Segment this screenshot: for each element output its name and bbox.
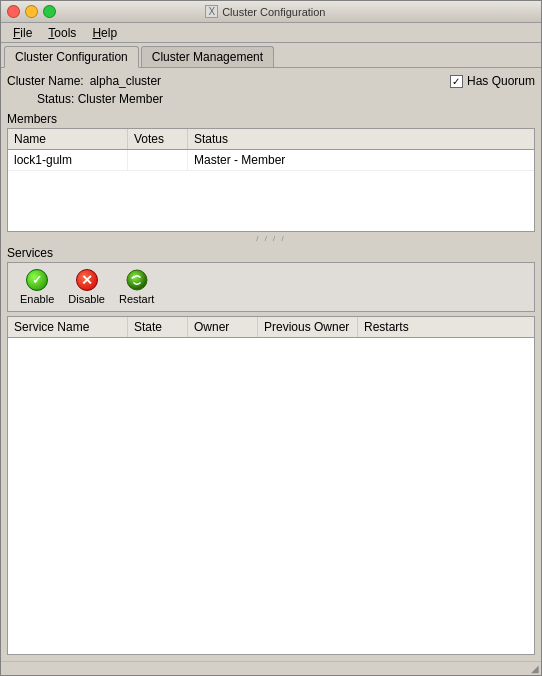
- services-col-restarts: Restarts: [358, 317, 534, 337]
- restart-label: Restart: [119, 293, 154, 305]
- services-table-body: [8, 338, 534, 654]
- services-table-header: Service Name State Owner Previous Owner …: [8, 317, 534, 338]
- cluster-info-row: Cluster Name: alpha_cluster ✓ Has Quorum: [7, 74, 535, 88]
- divider-dots: / / / /: [256, 234, 286, 243]
- services-col-owner: Owner: [188, 317, 258, 337]
- disable-button[interactable]: ✕ Disable: [62, 267, 111, 307]
- members-col-status: Status: [188, 129, 534, 149]
- services-col-name: Service Name: [8, 317, 128, 337]
- enable-label: Enable: [20, 293, 54, 305]
- restart-icon: [126, 269, 148, 291]
- content-area: Cluster Name: alpha_cluster ✓ Has Quorum…: [1, 68, 541, 661]
- enable-icon: ✓: [26, 269, 48, 291]
- cluster-name-label: Cluster Name:: [7, 74, 84, 88]
- has-quorum-checkbox[interactable]: ✓: [450, 75, 463, 88]
- has-quorum-label: Has Quorum: [467, 74, 535, 88]
- cluster-name-group: Cluster Name: alpha_cluster: [7, 74, 161, 88]
- member-status: Master - Member: [188, 150, 534, 170]
- tab-cluster-configuration[interactable]: Cluster Configuration: [4, 46, 139, 68]
- status-label: Status:: [37, 92, 74, 106]
- status-value: Cluster Member: [78, 92, 163, 106]
- members-table-body: lock1-gulm Master - Member: [8, 150, 534, 231]
- services-toolbar: ✓ Enable ✕ Disable: [7, 262, 535, 312]
- title-bar: X Cluster Configuration: [1, 1, 541, 23]
- title-bar-title: X Cluster Configuration: [205, 5, 325, 18]
- disable-label: Disable: [68, 293, 105, 305]
- table-row: lock1-gulm Master - Member: [8, 150, 534, 171]
- members-table: Name Votes Status lock1-gulm Master - Me…: [7, 128, 535, 232]
- has-quorum-group: ✓ Has Quorum: [450, 74, 535, 88]
- window-controls: [7, 5, 56, 18]
- services-table: Service Name State Owner Previous Owner …: [7, 316, 535, 655]
- resize-corner-icon[interactable]: ◢: [531, 663, 539, 674]
- services-col-state: State: [128, 317, 188, 337]
- members-col-name: Name: [8, 129, 128, 149]
- disable-icon: ✕: [76, 269, 98, 291]
- window-bottom: ◢: [1, 661, 541, 675]
- tab-cluster-management[interactable]: Cluster Management: [141, 46, 274, 67]
- enable-button[interactable]: ✓ Enable: [14, 267, 60, 307]
- menubar: File Tools Help: [1, 23, 541, 43]
- member-votes: [128, 150, 188, 170]
- title-icon: X: [205, 5, 218, 18]
- members-table-header: Name Votes Status: [8, 129, 534, 150]
- members-col-votes: Votes: [128, 129, 188, 149]
- menu-help[interactable]: Help: [84, 24, 125, 42]
- main-window: X Cluster Configuration File Tools Help …: [0, 0, 542, 676]
- minimize-button[interactable]: [25, 5, 38, 18]
- member-name: lock1-gulm: [8, 150, 128, 170]
- svg-point-0: [127, 270, 147, 290]
- maximize-button[interactable]: [43, 5, 56, 18]
- checkmark-icon: ✓: [32, 273, 42, 287]
- tabs-bar: Cluster Configuration Cluster Management: [1, 43, 541, 68]
- services-col-prev-owner: Previous Owner: [258, 317, 358, 337]
- close-button[interactable]: [7, 5, 20, 18]
- restart-button[interactable]: Restart: [113, 267, 160, 307]
- services-label: Services: [7, 246, 535, 260]
- status-row: Status: Cluster Member: [37, 92, 535, 106]
- window-title: Cluster Configuration: [222, 6, 325, 18]
- resize-handle[interactable]: / / / /: [7, 232, 535, 244]
- menu-tools[interactable]: Tools: [40, 24, 84, 42]
- members-label: Members: [7, 112, 535, 126]
- services-section: Services ✓ Enable ✕ Disable: [7, 246, 535, 655]
- menu-file[interactable]: File: [5, 24, 40, 42]
- cluster-name-value: alpha_cluster: [90, 74, 161, 88]
- members-section: Members Name Votes Status lock1-gulm Mas…: [7, 112, 535, 232]
